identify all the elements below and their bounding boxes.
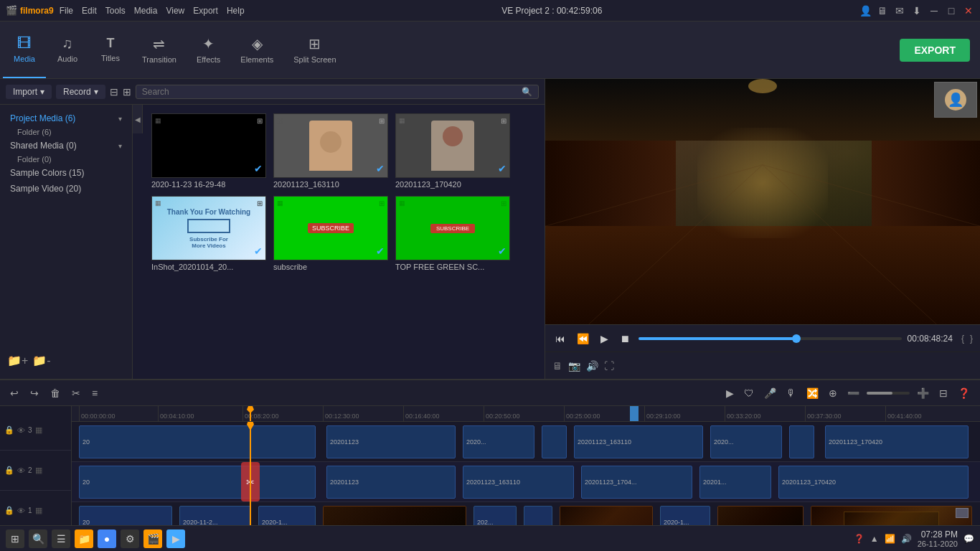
- delete-button[interactable]: 🗑: [47, 386, 63, 400]
- rewind-button[interactable]: ⏪: [574, 331, 592, 346]
- timeline-playhead[interactable]: [250, 422, 251, 531]
- minus-icon[interactable]: ➖: [844, 386, 862, 400]
- media-item-2[interactable]: ▦ ⊞ ✔ 20201123_163110: [273, 113, 388, 189]
- preview-progress-bar[interactable]: [639, 337, 902, 340]
- export-button[interactable]: EXPORT: [900, 39, 970, 62]
- help-icon[interactable]: ❓: [955, 386, 973, 400]
- preview-fullscreen-icon[interactable]: ⛶: [604, 360, 614, 372]
- menu-tools[interactable]: Tools: [105, 6, 126, 16]
- preview-resolution-icon[interactable]: 🖥: [552, 360, 562, 372]
- track3-clip-4[interactable]: [542, 425, 567, 458]
- sidebar-item-shared-media[interactable]: Shared Media (0) ▾: [0, 138, 132, 154]
- toolbar-transition[interactable]: ⇌ Transition: [132, 22, 187, 78]
- settings-icon[interactable]: ⚙: [121, 529, 139, 548]
- toolbar-media[interactable]: 🎞 Media: [3, 22, 46, 78]
- audio-split-icon[interactable]: 🔀: [804, 386, 821, 400]
- preview-snapshot-icon[interactable]: 📷: [568, 360, 580, 372]
- chrome-icon[interactable]: ●: [98, 529, 116, 548]
- close-button[interactable]: ✕: [963, 5, 974, 17]
- eye-icon-2[interactable]: 👁: [17, 466, 25, 475]
- download-icon[interactable]: ⬇: [911, 5, 923, 17]
- search-taskbar-icon[interactable]: 🔍: [29, 529, 47, 548]
- prev-frame-button[interactable]: ⏮: [552, 331, 568, 346]
- notification-icon[interactable]: 💬: [963, 534, 974, 544]
- bracket-in[interactable]: {: [961, 334, 964, 344]
- up-arrow-icon[interactable]: ▲: [870, 534, 879, 544]
- track3-clip-1[interactable]: 20: [79, 425, 316, 458]
- filter-icon[interactable]: ⊟: [110, 86, 118, 98]
- search-input[interactable]: [142, 87, 519, 97]
- media-item-4[interactable]: ▦ ⊞ Thank You For Watching Subscribe For…: [151, 196, 266, 271]
- menu-export[interactable]: Export: [193, 6, 218, 16]
- render-icon[interactable]: ▶: [723, 386, 737, 400]
- import-button[interactable]: Import ▾: [6, 85, 52, 99]
- sidebar-item-folder2[interactable]: Folder (0): [0, 154, 132, 165]
- explorer-icon[interactable]: 📁: [75, 529, 93, 548]
- menu-view[interactable]: View: [166, 6, 184, 16]
- menu-file[interactable]: File: [60, 6, 73, 16]
- stop-button[interactable]: ⏹: [617, 331, 633, 346]
- add-folder-icon[interactable]: 📁+: [7, 354, 28, 367]
- cut-button[interactable]: ✂: [69, 386, 83, 400]
- network-icon[interactable]: 📶: [885, 534, 895, 544]
- track3-clip-5[interactable]: 20201123_163110: [574, 425, 703, 458]
- track3-clip-2[interactable]: 20201123: [326, 425, 456, 458]
- lock-icon-3[interactable]: 🔒: [4, 425, 14, 435]
- lock-icon-2[interactable]: 🔒: [4, 466, 14, 475]
- sidebar-item-sample-video[interactable]: Sample Video (20): [0, 181, 132, 197]
- media-item-5[interactable]: ▦ ⊞ SUBSCRIBE ✔ subscribe: [273, 196, 388, 271]
- sidebar-item-sample-colors[interactable]: Sample Colors (15): [0, 165, 132, 181]
- monitor-icon[interactable]: 🖥: [877, 5, 888, 17]
- taskview-icon[interactable]: ☰: [52, 529, 70, 548]
- mail-icon[interactable]: ✉: [894, 5, 905, 17]
- eye-icon-1[interactable]: 👁: [17, 507, 25, 515]
- media-item-1[interactable]: ▦ ⊞ ✔ 2020-11-23 16-29-48: [151, 113, 266, 189]
- media-item-3[interactable]: ▦ ⊞ ✔ 20201123_170420: [395, 113, 510, 189]
- preview-audio-icon[interactable]: 🔊: [586, 360, 598, 372]
- redo-button[interactable]: ↪: [27, 386, 42, 400]
- track2-clip-1[interactable]: 20: [79, 466, 316, 499]
- toolbar-elements[interactable]: ◈ Elements: [230, 22, 283, 78]
- grid-icon[interactable]: ⊞: [123, 86, 131, 98]
- adjust-button[interactable]: ≡: [89, 386, 100, 400]
- track3-clip-7[interactable]: [789, 425, 814, 458]
- sidebar-item-folder1[interactable]: Folder (6): [0, 126, 132, 138]
- track3-clip-8[interactable]: 20201123_170420: [825, 425, 969, 458]
- user-icon[interactable]: 👤: [859, 5, 871, 17]
- lock-icon-1[interactable]: 🔒: [4, 506, 14, 515]
- filmora-taskbar-icon[interactable]: 🎬: [143, 529, 162, 548]
- track3-clip-3[interactable]: 2020...: [463, 425, 534, 458]
- menu-media[interactable]: Media: [134, 6, 158, 16]
- windows-icon[interactable]: ⊞: [6, 529, 24, 548]
- toolbar-effects[interactable]: ✦ Effects: [187, 22, 230, 78]
- volume-icon[interactable]: 🔊: [901, 534, 912, 544]
- bracket-out[interactable]: }: [970, 334, 973, 344]
- track2-clip-2[interactable]: 20201123: [326, 466, 456, 499]
- track2-clip-5[interactable]: 20201...: [699, 466, 771, 499]
- sidebar-item-project-media[interactable]: Project Media (6) ▾: [0, 110, 132, 126]
- plus-icon[interactable]: ➕: [914, 386, 932, 400]
- track2-clip-6[interactable]: 20201123_170420: [778, 466, 969, 499]
- app2-icon[interactable]: ▶: [166, 529, 185, 548]
- sidebar-collapse-btn[interactable]: ◀: [133, 105, 143, 133]
- toolbar-titles[interactable]: T Titles: [89, 22, 132, 78]
- record-button[interactable]: Record ▾: [56, 85, 105, 99]
- narration-icon[interactable]: 🎙: [783, 386, 799, 400]
- undo-button[interactable]: ↩: [7, 386, 22, 400]
- mic-icon[interactable]: 🎤: [761, 386, 779, 400]
- media-item-6[interactable]: ▦ ⊞ SUBSCRIBE ✔ TOP FREE GREEN SC...: [395, 196, 510, 271]
- toolbar-audio[interactable]: ♫ Audio: [46, 22, 89, 78]
- search-icon[interactable]: 🔍: [522, 87, 532, 97]
- shield-icon[interactable]: 🛡: [741, 386, 757, 400]
- toolbar-split-screen[interactable]: ⊞ Split Screen: [283, 22, 346, 78]
- split-panel-icon[interactable]: ⊟: [936, 386, 951, 400]
- snap-icon[interactable]: ⊕: [826, 386, 840, 400]
- help-tray-icon[interactable]: ❓: [854, 534, 864, 544]
- menu-help[interactable]: Help: [227, 6, 245, 16]
- minimize-button[interactable]: ─: [928, 5, 940, 17]
- remove-icon[interactable]: 📁-: [32, 354, 50, 367]
- play-button[interactable]: ▶: [598, 331, 611, 346]
- maximize-button[interactable]: □: [946, 5, 957, 17]
- track2-clip-3[interactable]: 20201123_163110: [463, 466, 574, 499]
- eye-icon-3[interactable]: 👁: [17, 426, 25, 435]
